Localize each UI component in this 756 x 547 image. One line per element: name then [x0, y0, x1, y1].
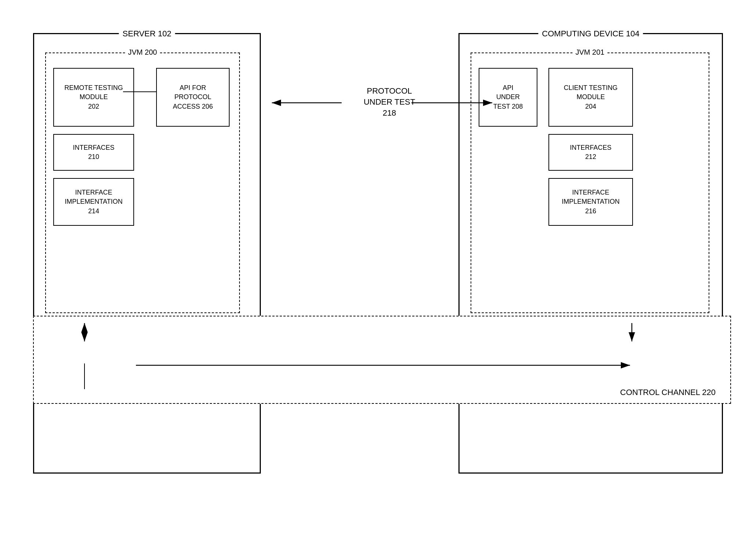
jvm-201-box: JVM 201 APIUNDERTEST 208 CLIENT TESTINGM… [471, 52, 709, 313]
interfaces-210-box: INTERFACES210 [53, 134, 134, 171]
protocol-under-test-text: PROTOCOL [367, 86, 412, 95]
server-box: SERVER 102 JVM 200 REMOTE TESTINGMODULE2… [33, 33, 261, 474]
api-protocol-access-label: API FORPROTOCOLACCESS 206 [173, 83, 213, 111]
computing-title: COMPUTING DEVICE 104 [538, 29, 643, 39]
interface-impl-214-label: INTERFACEIMPLEMENTATION214 [65, 188, 122, 216]
jvm-201-title: JVM 201 [573, 48, 608, 57]
computing-device-box: COMPUTING DEVICE 104 JVM 201 APIUNDERTES… [458, 33, 723, 474]
interfaces-212-box: INTERFACES212 [548, 134, 633, 171]
api-protocol-access-box: API FORPROTOCOLACCESS 206 [156, 68, 230, 127]
interfaces-210-label: INTERFACES210 [73, 143, 114, 162]
server-title: SERVER 102 [119, 29, 175, 39]
interface-impl-216-box: INTERFACEIMPLEMENTATION216 [548, 178, 633, 226]
remote-testing-module-box: REMOTE TESTINGMODULE202 [53, 68, 134, 127]
interfaces-212-label: INTERFACES212 [570, 143, 611, 162]
client-testing-module-label: CLIENT TESTINGMODULE204 [564, 83, 618, 111]
svg-text:UNDER TEST: UNDER TEST [364, 97, 415, 106]
remote-testing-module-label: REMOTE TESTINGMODULE202 [64, 83, 123, 111]
jvm-200-box: JVM 200 REMOTE TESTINGMODULE202 INTERFAC… [45, 52, 240, 313]
control-channel-label: CONTROL CHANNEL 220 [620, 388, 716, 397]
interface-impl-214-box: INTERFACEIMPLEMENTATION214 [53, 178, 134, 226]
api-under-test-label: APIUNDERTEST 208 [493, 83, 523, 111]
control-channel-box: CONTROL CHANNEL 220 [33, 316, 731, 404]
jvm-200-title: JVM 200 [125, 48, 160, 57]
client-testing-module-box: CLIENT TESTINGMODULE204 [548, 68, 633, 127]
interface-impl-216-label: INTERFACEIMPLEMENTATION216 [562, 188, 619, 216]
svg-text:218: 218 [383, 108, 396, 117]
api-under-test-box: APIUNDERTEST 208 [479, 68, 537, 127]
